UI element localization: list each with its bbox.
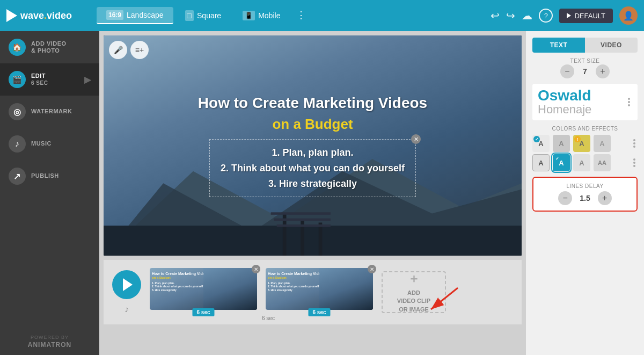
help-icon[interactable]: ?: [539, 9, 553, 23]
music-note-icon: ♪: [125, 305, 129, 314]
swatch-yellow[interactable]: ! A: [573, 135, 590, 152]
colors-section: COLORS AND EFFECTS ✓ A A ! A A A: [532, 126, 638, 171]
header: wave.video 16:9 Landscape □ Square 📱 Mob…: [0, 0, 644, 31]
panel-tabs: TEXT VIDEO: [532, 38, 638, 53]
canvas-area: 🎤 ≡+ How to Create Marketing Videos on a…: [99, 31, 526, 355]
nav-tabs: 16:9 Landscape □ Square 📱 Mobile ⋮: [97, 7, 486, 24]
edit-label: EDIT6 sec: [31, 73, 48, 86]
colors-label: COLORS AND EFFECTS: [532, 126, 638, 132]
canvas-title-line1: How to Create Marketing Videos: [198, 94, 427, 112]
swatch-white[interactable]: ✓ A: [532, 135, 550, 152]
default-label: DEFAULT: [574, 12, 605, 20]
cloud-icon[interactable]: ☁: [522, 9, 532, 22]
swatch-outline[interactable]: A: [532, 154, 550, 171]
text-size-section: TEXT SIZE − 7 +: [532, 58, 638, 78]
watermark-label: WATERMARK: [31, 108, 72, 115]
clip-2-thumbnail: How to Create Marketing Videos on a Budg…: [266, 268, 373, 310]
music-label: MUSIC: [31, 140, 52, 147]
canvas-list-close-btn[interactable]: ✕: [411, 134, 421, 144]
swatch-double[interactable]: AA: [594, 154, 611, 171]
canvas-list-item-3: 3. Hire strategically: [221, 176, 405, 192]
lines-delay-row: − 1.5 +: [558, 191, 611, 205]
color-row-1: ✓ A A ! A A: [532, 135, 638, 152]
color-row-1-more[interactable]: [631, 137, 638, 150]
redo-button[interactable]: ↪: [506, 9, 515, 22]
text-size-minus-btn[interactable]: −: [560, 64, 574, 78]
nav-more-button[interactable]: ⋮: [292, 7, 310, 24]
play-button[interactable]: [112, 270, 141, 299]
swatch-white-check: ✓: [533, 136, 540, 142]
clip-2-thumb-half: [319, 268, 373, 310]
square-label: Square: [197, 11, 221, 20]
canvas-background: 🎤 ≡+ How to Create Marketing Videos on a…: [104, 35, 522, 256]
font-names: Oswald Homenaje: [538, 88, 591, 116]
header-right: ↩ ↪ ☁ ? DEFAULT 👤: [491, 6, 638, 25]
canvas-wrapper: 🎤 ≡+ How to Create Marketing Videos on a…: [104, 35, 522, 256]
logo-play-icon: [6, 9, 17, 22]
timeline-clip-1[interactable]: ✕ How to Create Marketing Videos on a Bu…: [150, 268, 257, 316]
text-size-value: 7: [580, 67, 590, 76]
right-panel: TEXT VIDEO TEXT SIZE − 7 + Oswald Homena…: [526, 31, 644, 355]
timeline-clip-2[interactable]: ✕ How to Create Marketing Videos on a Bu…: [266, 268, 373, 316]
sidebar-item-watermark[interactable]: ◎ WATERMARK: [0, 96, 99, 128]
panel-tab-video[interactable]: VIDEO: [585, 38, 638, 53]
canvas-list-item-1: 1. Plan, plan plan.: [221, 145, 405, 161]
clip-1-close-btn[interactable]: ✕: [252, 265, 260, 273]
timeline: ♪ ✕ How to Create Marketing Videos on a …: [104, 260, 522, 324]
clip-1-duration: 6 sec: [192, 308, 214, 316]
clip-2-close-btn[interactable]: ✕: [368, 265, 376, 273]
logo-area: wave.video: [6, 9, 92, 22]
clip-1-thumbnail: How to Create Marketing Videos on a Budg…: [150, 268, 257, 310]
swatch-plain[interactable]: A: [573, 154, 590, 171]
undo-button[interactable]: ↩: [491, 9, 500, 22]
tab-mobile[interactable]: 📱 Mobile: [233, 7, 290, 24]
font-display: Oswald Homenaje: [532, 84, 638, 120]
music-icon: ♪: [9, 135, 26, 153]
edit-icon: 🎬: [9, 71, 26, 88]
canvas-text-area: How to Create Marketing Videos on a Budg…: [104, 35, 522, 256]
landscape-label: Landscape: [127, 11, 164, 19]
default-button[interactable]: DEFAULT: [559, 9, 613, 23]
lines-delay-section: LINES DELAY − 1.5 +: [532, 177, 638, 212]
sidebar-item-publish[interactable]: ↗ PUBLISH: [0, 160, 99, 192]
clip-1-thumb-half: [203, 268, 257, 310]
swatch-yellow-warn: !: [574, 136, 581, 142]
user-avatar[interactable]: 👤: [619, 6, 638, 25]
swatch-teal[interactable]: ✓ A: [553, 154, 570, 171]
logo-text: wave.video: [20, 10, 72, 21]
arrow-indicator: [420, 282, 463, 317]
lines-delay-label: LINES DELAY: [566, 183, 603, 189]
color-row-2-more[interactable]: [631, 156, 638, 169]
swatch-gray[interactable]: A: [553, 135, 570, 152]
clip-2-duration: 6 sec: [308, 308, 330, 316]
add-clip-plus-icon: ＋: [408, 271, 420, 287]
main-layout: 🏠 ADD VIDEO& PHOTO 🎬 EDIT6 sec ▶ ◎ WATER…: [0, 31, 644, 355]
sidebar-item-add-video[interactable]: 🏠 ADD VIDEO& PHOTO: [0, 31, 99, 63]
publish-label: PUBLISH: [31, 172, 59, 179]
publish-icon: ↗: [9, 168, 26, 185]
swatch-light[interactable]: A: [594, 135, 611, 152]
powered-by: POWERED BY ANIMATRON: [0, 328, 99, 355]
font-homenaje: Homenaje: [538, 103, 591, 116]
lines-delay-value: 1.5: [580, 194, 590, 202]
mobile-label: Mobile: [258, 11, 280, 20]
font-more-button[interactable]: [626, 96, 632, 108]
square-icon: □: [185, 10, 194, 21]
sidebar-item-edit[interactable]: 🎬 EDIT6 sec ▶: [0, 63, 99, 96]
tab-square[interactable]: □ Square: [175, 7, 231, 24]
svg-line-10: [431, 288, 458, 309]
lines-delay-plus-btn[interactable]: +: [598, 191, 612, 205]
edit-arrow: ▶: [84, 75, 91, 85]
text-size-plus-btn[interactable]: +: [596, 64, 610, 78]
lines-delay-minus-btn[interactable]: −: [558, 191, 572, 205]
color-row-2: A ✓ A A AA: [532, 154, 638, 171]
panel-tab-text[interactable]: TEXT: [532, 38, 585, 53]
tab-landscape[interactable]: 16:9 Landscape: [97, 7, 173, 24]
sidebar-item-music[interactable]: ♪ MUSIC: [0, 128, 99, 160]
landscape-icon: 16:9: [106, 10, 123, 20]
canvas-list-box[interactable]: ✕ 1. Plan, plan plan. 2. Think about wha…: [209, 139, 416, 197]
swatch-teal-check: ✓: [554, 155, 560, 162]
canvas-title-line2: on a Budget: [272, 116, 353, 133]
logo-video: video: [47, 10, 72, 21]
text-size-row: − 7 +: [532, 64, 638, 78]
